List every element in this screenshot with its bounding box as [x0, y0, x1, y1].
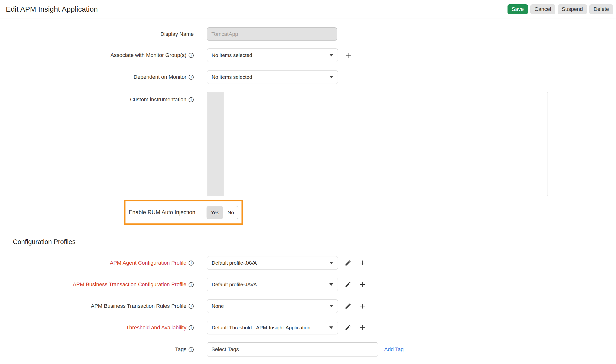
plus-icon	[359, 302, 366, 310]
pencil-icon	[345, 303, 351, 310]
tags-label: Tags i	[0, 346, 194, 353]
monitor-groups-label: Associate with Monitor Group(s) i	[0, 52, 194, 58]
threshold-availability-row: Threshold and Availability i Default Thr…	[0, 321, 616, 334]
delete-button[interactable]: Delete	[589, 4, 613, 14]
chevron-down-icon	[329, 305, 333, 307]
custom-instrumentation-label: Custom instrumentation i	[0, 92, 194, 103]
add-apm-bt-rules-profile-button[interactable]	[359, 302, 366, 310]
dependent-monitor-label: Dependent on Monitor i	[0, 74, 194, 80]
add-apm-bt-config-profile-button[interactable]	[359, 281, 366, 288]
tags-row: Tags i Add Tag	[0, 342, 616, 356]
display-name-row: Display Name	[0, 27, 616, 41]
cancel-button[interactable]: Cancel	[530, 4, 555, 14]
rum-toggle-yes[interactable]: Yes	[207, 206, 223, 219]
chevron-down-icon	[329, 76, 333, 78]
threshold-availability-value: Default Threshold - APM-Insight-Applicat…	[212, 325, 310, 331]
apm-bt-config-profile-label: APM Business Transaction Configuration P…	[0, 281, 194, 288]
monitor-groups-value: No items selected	[212, 52, 252, 58]
add-threshold-availability-button[interactable]	[359, 324, 366, 331]
rum-toggle-no[interactable]: No	[223, 206, 238, 219]
chevron-down-icon	[329, 262, 333, 264]
edit-apm-bt-config-profile-button[interactable]	[345, 281, 351, 288]
rum-auto-injection-toggle: Yes No	[207, 206, 238, 219]
pencil-icon	[345, 260, 351, 266]
threshold-availability-dropdown[interactable]: Default Threshold - APM-Insight-Applicat…	[207, 321, 338, 334]
dependent-monitor-row: Dependent on Monitor i No items selected	[0, 70, 616, 84]
page-title: Edit APM Insight Application	[6, 5, 98, 13]
editor-content[interactable]	[224, 92, 547, 196]
add-tag-link[interactable]: Add Tag	[384, 346, 404, 353]
plus-icon	[345, 52, 352, 59]
display-name-input	[207, 27, 337, 41]
pencil-icon	[345, 324, 351, 331]
info-icon[interactable]: i	[189, 282, 194, 287]
save-button[interactable]: Save	[507, 4, 528, 14]
info-icon[interactable]: i	[189, 97, 194, 102]
pencil-icon	[345, 281, 351, 288]
edit-form: Display Name Associate with Monitor Grou…	[0, 18, 616, 225]
plus-icon	[359, 324, 366, 331]
add-monitor-group-button[interactable]	[345, 52, 352, 59]
editor-gutter	[207, 92, 224, 196]
header-actions: Save Cancel Suspend Delete	[507, 4, 613, 14]
apm-agent-profile-value: Default profile-JAVA	[212, 260, 257, 266]
info-icon[interactable]: i	[189, 347, 194, 352]
suspend-button[interactable]: Suspend	[558, 4, 587, 14]
apm-agent-profile-label: APM Agent Configuration Profile i	[0, 260, 194, 266]
threshold-availability-label: Threshold and Availability i	[0, 325, 194, 331]
dependent-monitor-dropdown[interactable]: No items selected	[207, 70, 338, 84]
monitor-groups-row: Associate with Monitor Group(s) i No ite…	[0, 49, 616, 62]
page-header: Edit APM Insight Application Save Cancel…	[0, 0, 616, 18]
apm-bt-rules-profile-label: APM Business Transaction Rules Profile i	[0, 303, 194, 309]
monitor-groups-dropdown[interactable]: No items selected	[207, 49, 338, 62]
apm-bt-rules-profile-value: None	[212, 303, 224, 309]
chevron-down-icon	[329, 283, 333, 286]
dependent-monitor-value: No items selected	[212, 74, 252, 80]
display-name-label: Display Name	[0, 31, 194, 37]
info-icon[interactable]: i	[189, 53, 194, 58]
apm-bt-config-profile-row: APM Business Transaction Configuration P…	[0, 278, 616, 291]
edit-apm-bt-rules-profile-button[interactable]	[345, 303, 351, 310]
info-icon[interactable]: i	[189, 325, 194, 330]
apm-bt-config-profile-dropdown[interactable]: Default profile-JAVA	[207, 278, 338, 291]
chevron-down-icon	[329, 54, 333, 56]
chevron-down-icon	[329, 326, 333, 329]
add-apm-agent-profile-button[interactable]	[359, 259, 366, 267]
rum-auto-injection-label: Enable RUM Auto Injection	[129, 209, 195, 216]
custom-instrumentation-editor[interactable]	[207, 92, 548, 196]
section-title: Configuration Profiles	[13, 239, 616, 245]
rum-highlight-box: Enable RUM Auto Injection Yes No	[124, 200, 243, 225]
plus-icon	[359, 259, 366, 267]
apm-bt-rules-profile-dropdown[interactable]: None	[207, 299, 338, 313]
apm-agent-profile-dropdown[interactable]: Default profile-JAVA	[207, 256, 338, 270]
section-divider	[4, 249, 611, 249]
custom-instrumentation-row: Custom instrumentation i	[0, 92, 616, 196]
apm-bt-config-profile-value: Default profile-JAVA	[212, 282, 257, 287]
apm-agent-profile-row: APM Agent Configuration Profile i Defaul…	[0, 256, 616, 270]
tags-input[interactable]	[207, 342, 378, 356]
info-icon[interactable]: i	[189, 304, 194, 309]
edit-apm-agent-profile-button[interactable]	[345, 260, 351, 266]
info-icon[interactable]: i	[189, 75, 194, 80]
plus-icon	[359, 281, 366, 288]
edit-threshold-availability-button[interactable]	[345, 324, 351, 331]
apm-bt-rules-profile-row: APM Business Transaction Rules Profile i…	[0, 299, 616, 313]
info-icon[interactable]: i	[189, 260, 194, 266]
configuration-profiles-section: Configuration Profiles APM Agent Configu…	[0, 239, 616, 356]
